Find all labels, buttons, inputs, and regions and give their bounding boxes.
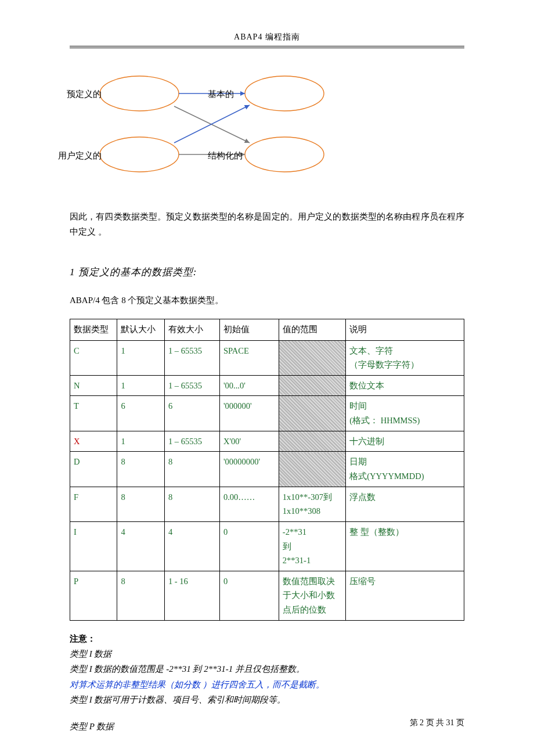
table-cell: 1x10**-307到 1x10**308 [279, 487, 345, 521]
label-structured: 结构化的 [208, 150, 243, 161]
table-cell: 1 [117, 340, 164, 375]
th-valid: 有效大小 [164, 319, 219, 341]
table-cell: 1 - 16 [164, 571, 219, 620]
svg-point-2 [100, 137, 179, 172]
table-cell [279, 396, 345, 431]
table-cell: 数位文本 [346, 375, 464, 396]
table-cell: P [70, 571, 117, 620]
table-cell: X'00' [219, 431, 279, 452]
notes-l5: 类型 P 数据 [70, 719, 464, 734]
page-header-title: ABAP4 编程指南 [70, 32, 464, 46]
table-cell: 1 – 65535 [164, 340, 219, 375]
table-cell: 浮点数 [346, 487, 464, 521]
table-row: I440-2**31到2**31-1整 型（整数） [70, 521, 464, 571]
intro-paragraph: 因此，有四类数据类型。预定义数据类型的名称是固定的。用户定义的数据类型的名称由程… [70, 210, 464, 239]
table-cell: T [70, 396, 117, 431]
data-types-table: 数据类型 默认大小 有效大小 初始值 值的范围 说明 C11 – 65535SP… [70, 319, 464, 621]
table-cell: '00...0' [219, 375, 279, 396]
table-cell: 8 [117, 571, 164, 620]
table-cell: 6 [117, 396, 164, 431]
th-type: 数据类型 [70, 319, 117, 341]
table-cell: 0 [219, 521, 279, 571]
table-cell: 数值范围取决于大小和小数点后的位数 [279, 571, 345, 620]
type-diagram: 预定义的 基本的 用户定义的 结构化的 [64, 64, 464, 195]
table-row: T66'000000'时间(格式： HHMMSS) [70, 396, 464, 431]
table-cell: '00000000' [219, 452, 279, 487]
notes-l1: 类型 I 数据 [70, 646, 464, 661]
table-cell: 压缩号 [346, 571, 464, 620]
table-row: F880.00……1x10**-307到 1x10**308浮点数 [70, 487, 464, 521]
table-cell: 8 [164, 452, 219, 487]
table-cell: C [70, 340, 117, 375]
th-init: 初始值 [219, 319, 279, 341]
table-cell: N [70, 375, 117, 396]
header-rule [70, 48, 464, 48]
table-cell: 8 [164, 487, 219, 521]
table-cell: '000000' [219, 396, 279, 431]
table-cell: F [70, 487, 117, 521]
table-cell: 文本、字符（字母数字字符） [346, 340, 464, 375]
section-1-title: 1 预定义的基本的数据类型: [70, 265, 464, 279]
table-cell: 0.00…… [219, 487, 279, 521]
table-cell: 8 [117, 487, 164, 521]
table-cell: SPACE [219, 340, 279, 375]
notes-l2: 类型 I 数据的数值范围是 -2**31 到 2**31-1 并且仅包括整数。 [70, 661, 464, 676]
table-cell: 8 [117, 452, 164, 487]
table-cell: 0 [219, 571, 279, 620]
table-cell: 6 [164, 396, 219, 431]
notes-heading: 注意： [70, 631, 464, 646]
label-userdefined: 用户定义的 [58, 150, 102, 161]
table-cell [279, 375, 345, 396]
label-basic: 基本的 [208, 89, 234, 100]
table-cell: 日期格式(YYYYMMDD) [346, 452, 464, 487]
table-cell: -2**31到2**31-1 [279, 521, 345, 571]
th-default: 默认大小 [117, 319, 164, 341]
table-row: P81 - 160数值范围取决于大小和小数点后的位数压缩号 [70, 571, 464, 620]
table-cell: 4 [164, 521, 219, 571]
th-desc: 说明 [346, 319, 464, 341]
notes-l3: 对算术运算的非整型结果（如分数 ）进行四舍五入，而不是截断。 [70, 677, 464, 692]
table-cell: 整 型（整数） [346, 521, 464, 571]
table-row: N11 – 65535'00...0'数位文本 [70, 375, 464, 396]
svg-point-1 [245, 76, 324, 111]
table-cell: 1 – 65535 [164, 431, 219, 452]
svg-point-3 [245, 137, 324, 172]
table-cell [279, 431, 345, 452]
table-cell: 4 [117, 521, 164, 571]
table-cell [279, 340, 345, 375]
table-cell: 时间(格式： HHMMSS) [346, 396, 464, 431]
table-row: D88'00000000'日期格式(YYYYMMDD) [70, 452, 464, 487]
th-range: 值的范围 [279, 319, 345, 341]
section-intro: ABAP/4 包含 8 个预定义基本数据类型。 [70, 295, 464, 306]
table-cell: D [70, 452, 117, 487]
table-cell: 十六进制 [346, 431, 464, 452]
page-footer: 第 2 页 共 31 页 [410, 718, 465, 728]
table-cell: 1 – 65535 [164, 375, 219, 396]
table-cell: I [70, 521, 117, 571]
table-cell: X [70, 431, 117, 452]
table-cell [279, 452, 345, 487]
table-cell: 1 [117, 431, 164, 452]
svg-point-0 [100, 76, 179, 111]
table-cell: 1 [117, 375, 164, 396]
table-row: C11 – 65535SPACE文本、字符（字母数字字符） [70, 340, 464, 375]
label-predefined: 预定义的 [67, 89, 102, 100]
table-row: X11 – 65535X'00'十六进制 [70, 431, 464, 452]
notes-block: 注意： 类型 I 数据 类型 I 数据的数值范围是 -2**31 到 2**31… [70, 631, 464, 735]
notes-l4: 类型 I 数据可用于计数器、项目号、索引和时间期段等。 [70, 692, 464, 707]
